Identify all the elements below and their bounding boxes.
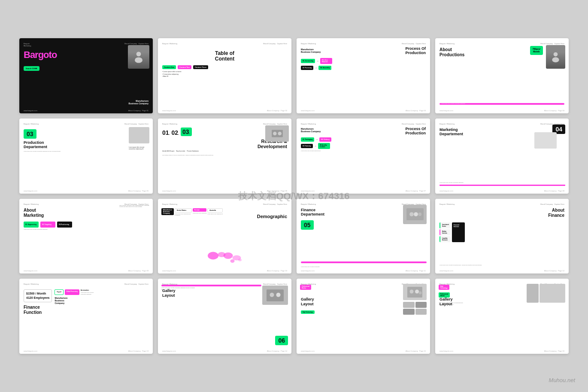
slide-10-header-left: Bargoto / Marketing — [162, 203, 177, 205]
slide-gallery-layout1: Bargoto / Marketing Brand Company Captio… — [297, 279, 430, 354]
photo-box-5 — [129, 127, 149, 143]
footer-url-15: www.bargoto.com — [439, 350, 453, 352]
footer-page-11: About Company Page 11 — [406, 270, 426, 272]
flow-row-7a: 07. Packaging → 08. Delivery — [301, 137, 426, 142]
slide-3-header: Bargoto / Marketing Brand Company Captio… — [301, 43, 426, 45]
slide-15-footer: www.bargoto.com About Company Page 16 — [439, 350, 564, 352]
svg-point-6 — [278, 131, 282, 135]
slide-8-header-left: Bargoto / Marketing — [439, 123, 455, 125]
slide-production-dept: Bargoto / Marketing Brand Company Captio… — [19, 119, 153, 194]
slide-11-footer: www.bargoto.com About Company Page 11 — [301, 270, 426, 272]
location-section: ManufactureBusinessCompany United States… — [161, 208, 223, 216]
slide-5-header: Bargoto / Marketing Brand Company Captio… — [24, 123, 149, 125]
svg-point-0 — [136, 52, 141, 56]
slide-11-header-left: Bargoto / Marketing — [301, 203, 316, 205]
slide-4-header-right: Brand Company Caption Here — [540, 43, 564, 45]
slide-process1: Bargoto / Marketing Brand Company Captio… — [297, 38, 430, 113]
footer-page-15: About Company Page 16 — [544, 350, 564, 352]
big-num-13: 06 — [275, 336, 288, 345]
photo-mini-3 — [403, 309, 415, 315]
footer-page-1: About Company Page 01 — [128, 109, 149, 112]
flow-box-4: 04. Assembly — [318, 66, 331, 70]
mfg-label-1: ManufactureBusiness Company — [301, 48, 321, 53]
green-tag-14: High Technology — [301, 310, 315, 314]
slide-3-header-left: Bargoto / Marketing — [301, 43, 316, 45]
flow-7-4: 06.QualityControl — [318, 143, 330, 149]
photo-mini-4 — [415, 309, 427, 315]
footer-url-1: www.bargoto.com — [24, 109, 37, 112]
slide-12-footer: www.bargoto.com About Company Page 12 — [439, 270, 564, 272]
slide-2-footer: www.bargoto.com About Company Page 02 — [162, 109, 287, 112]
slide-toc: Bargoto / Marketing Brand Company Captio… — [158, 38, 291, 113]
footer-page-7: About Company Page 07 — [406, 190, 426, 192]
process-title-1: Process OfProduction — [405, 46, 426, 56]
slide-7-header-right: Brand Company Caption Here — [402, 123, 426, 125]
slide-10-footer: www.bargoto.com About Company Page 10 — [162, 270, 287, 272]
green-tag-15: ProfessionalWorker — [439, 292, 450, 298]
footer-url-11: www.bargoto.com — [301, 270, 315, 272]
slide-2-header-left: Bargoto / Marketing — [162, 43, 177, 45]
fin-item-2: FinancialDecision — [452, 222, 465, 242]
global-box: Global Processing — [65, 289, 79, 295]
slide-grid: BargotoMarketing Brand Company Caption H… — [19, 38, 569, 354]
person-silhouette-4 — [546, 45, 565, 69]
slide-7-footer: www.bargoto.com About Company Page 07 — [301, 190, 426, 192]
footer-page-3: About Company Page 03 — [406, 109, 426, 112]
finance-left-items: InvestmentSector HiddenInvestm. Liquidit… — [439, 222, 451, 242]
slide-9-header-left: Bargoto / Marketing — [24, 203, 39, 205]
strategy-3: 03.Positioning — [57, 222, 72, 228]
gallery-photo-13 — [262, 286, 288, 305]
pink-strip-13 — [161, 285, 261, 286]
step-3: Promote Satisfaction — [187, 151, 199, 152]
automation-label: Automation — [81, 289, 98, 291]
svg-point-2 — [554, 52, 558, 56]
svg-rect-17 — [267, 289, 284, 301]
footer-page-4: About Company Page 04 — [544, 109, 564, 112]
footer-page-2: About Company Page 02 — [267, 109, 287, 112]
slide-6-header-right: Brand Company Caption Here — [263, 123, 287, 125]
slide-ff-footer: www.bargoto.com About Company Page 13 — [24, 350, 149, 352]
num-03: 03. — [181, 128, 192, 136]
automation-col: Automation Lorem ipsum dolor sit amet co… — [81, 289, 98, 295]
pink-tag-15: HighTechnology — [439, 285, 449, 290]
loc-europe: Europe — [193, 208, 207, 212]
slide-gallery-layout2: Bargoto / Marketing Brand Company Captio… — [435, 279, 569, 354]
footer-page-8: About Company Page 08 — [544, 190, 564, 192]
svg-point-3 — [552, 57, 559, 62]
slide-finance-dept: Bargoto / Marketing Brand Company Captio… — [297, 199, 430, 274]
loc-australia-desc: Lorem ipsum dolor adipiscing sit — [207, 213, 223, 215]
flow-box-2: 03. ZeroMaterial — [320, 58, 332, 64]
dept-desc-5: Lorem ipsum dolor sit amet consectetur a… — [24, 151, 62, 152]
slide-process2: Bargoto / Marketing Brand Company Captio… — [297, 119, 430, 194]
toc-title: Table ofContent — [162, 51, 287, 62]
footer-page-13: About Company Page 14 — [267, 350, 287, 352]
num-02: 02. — [172, 129, 179, 136]
slide-ff-header-left: Bargoto / Marketing — [24, 283, 39, 285]
slide-7-header-left: Bargoto / Marketing — [301, 123, 316, 125]
process2-desc: Lorem ipsum dolor sit amet adipiscing el… — [301, 150, 426, 152]
fin-item-4: LiquidityDecision — [439, 236, 451, 242]
footer-page-12: About Company Page 12 — [544, 270, 564, 272]
slide-5-header-right: Brand Company Caption Here — [124, 123, 149, 125]
arrow-2: → — [315, 67, 317, 69]
mfg-tag-demo: ManufactureBusinessCompany — [161, 208, 174, 215]
photo-box-11 — [403, 205, 427, 224]
slide-7-header: Bargoto / Marketing Brand Company Captio… — [301, 123, 426, 125]
automation-desc: Lorem ipsum dolor sit amet consectetur a… — [81, 292, 98, 295]
slide-5-header-left: Bargoto / Marketing — [24, 123, 39, 125]
strategy-boxes: 01. Segmenting 02. Targeting 03.Position… — [24, 222, 149, 228]
step-1: Identify With Respect — [162, 151, 174, 152]
svg-point-14 — [409, 212, 414, 216]
footer-page-6: About Company Page 06 — [267, 190, 287, 192]
footer-url-13: www.bargoto.com — [162, 350, 176, 352]
slide-marketing-dept: Bargoto / Marketing Brand Company Captio… — [435, 119, 569, 194]
loc-australia: Australia — [207, 208, 223, 213]
slide-2-header: Bargoto / Marketing Brand Company Captio… — [162, 43, 287, 45]
slide-research: Bargoto / Marketing Brand Company Captio… — [158, 119, 291, 194]
svg-point-22 — [415, 289, 419, 293]
svg-point-23 — [419, 291, 422, 294]
footer-url-5: www.bargoto.com — [24, 190, 37, 192]
slide-5-footer: www.bargoto.com About Company Page 05 — [24, 190, 149, 192]
photo-box-8 — [534, 132, 557, 149]
slide-about-finance: Bargoto / Marketing Brand Company Captio… — [435, 199, 569, 274]
